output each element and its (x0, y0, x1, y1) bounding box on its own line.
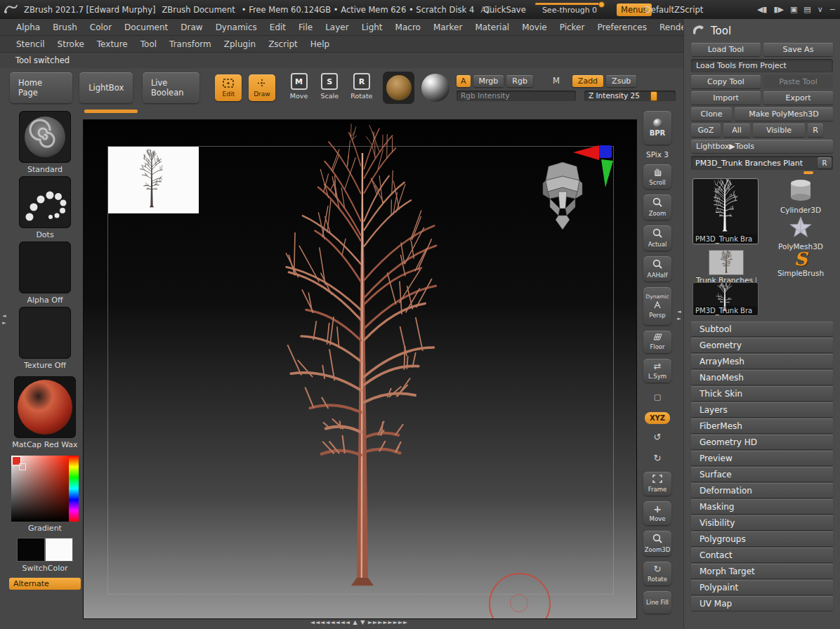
tool-section-row[interactable]: Polypaint (691, 580, 833, 595)
menu-item[interactable]: Brush (46, 20, 84, 34)
scroll-right-arrows[interactable]: ►►►►►►►► (368, 619, 408, 625)
paste-tool-button[interactable]: Paste Tool (763, 75, 833, 88)
tool-section-row[interactable]: Subtool (691, 322, 833, 336)
camera-orientation-gizmo[interactable] (533, 140, 631, 244)
export-button[interactable]: Export (763, 91, 833, 105)
recent-tool-thumbnail[interactable]: PM3D_Trunk Bra (693, 282, 759, 316)
menu-item[interactable]: Picker (553, 20, 591, 34)
tool-section-row[interactable]: NanoMesh (691, 370, 833, 385)
quicksave-button[interactable]: QuickSave (483, 5, 526, 15)
cylinder3d-tool[interactable]: Cylinder3D (768, 178, 833, 214)
m-button[interactable]: M (547, 76, 565, 86)
menu-item[interactable]: Alpha (10, 20, 46, 34)
load-tool-button[interactable]: Load Tool (691, 43, 761, 56)
splitter-right-icon[interactable]: ► (2, 320, 6, 326)
tool-section-row[interactable]: Layers (691, 402, 833, 417)
rotate-canvas-button[interactable]: ↻ Rotate (643, 562, 671, 585)
z-intensity-slider[interactable]: Z Intensity 25 (584, 91, 676, 101)
home-page-button[interactable]: Home Page (10, 72, 72, 103)
polygonal-head-icon[interactable] (543, 162, 582, 230)
floor-button[interactable]: Floor (643, 331, 671, 353)
local-button[interactable]: ▢ (643, 388, 671, 406)
copy-document-icon[interactable]: ▣ (790, 5, 797, 14)
menu-item[interactable]: Layer (319, 20, 355, 34)
splitter-right-icon[interactable]: ► (677, 316, 681, 322)
spix-label[interactable]: SPix 3 (646, 150, 669, 159)
menu-item[interactable]: Document (118, 20, 174, 34)
import-button[interactable]: Import (691, 91, 761, 105)
menu-item[interactable]: Stencil (10, 37, 51, 51)
splitter-left-icon[interactable]: ◄ (677, 309, 681, 314)
menu-item[interactable]: Edit (263, 20, 292, 34)
tool-section-row[interactable]: UV Map (691, 596, 833, 611)
menu-item[interactable]: Tool (134, 37, 163, 51)
simplebrush-tool[interactable]: S SimpleBrush (768, 250, 833, 277)
spin-left-button[interactable]: ↺ (643, 430, 671, 445)
spin-right-button[interactable]: ↻ (643, 451, 671, 466)
history-redo-icon[interactable]: ▮▶ (773, 5, 784, 14)
menu-item[interactable]: Zscript (262, 37, 304, 51)
zsub-button[interactable]: Zsub (606, 75, 636, 87)
tool-section-row[interactable]: Contact (691, 548, 833, 562)
menu-item[interactable]: Material (468, 20, 516, 34)
frame-button[interactable]: Frame (643, 472, 671, 496)
tool-section-row[interactable]: Polygroups (691, 531, 833, 546)
tool-section-row[interactable]: ArrayMesh (691, 354, 833, 369)
menu-item[interactable]: Texture (91, 37, 134, 51)
current-tool-bar[interactable]: PM3D_Trunk Branches Plant R (691, 156, 833, 170)
document-title[interactable]: ZBrush Document (162, 5, 235, 15)
menu-item[interactable]: Movie (516, 20, 553, 34)
tool-section-row[interactable]: Preview (691, 451, 833, 465)
menu-item[interactable]: Marker (427, 20, 468, 34)
rotate-mode-button[interactable]: R Rotate (349, 73, 374, 102)
tool-section-row[interactable]: Geometry (691, 338, 833, 352)
default-zscript-button[interactable]: DefaultZScript (645, 5, 703, 15)
live-boolean-button[interactable]: Live Boolean (143, 72, 199, 103)
lightbox-tools-button[interactable]: Lightbox▶Tools (691, 140, 833, 153)
gizmo-z-dot[interactable] (599, 145, 612, 158)
chevron-down-icon[interactable]: ∨ (818, 5, 823, 14)
alpha-channel-button[interactable]: A (457, 75, 471, 87)
goz-button[interactable]: GoZ (691, 124, 721, 137)
tool-section-row[interactable]: Deformation (691, 483, 833, 498)
persp-button[interactable]: Dynamic Persp (643, 287, 671, 325)
scroll-left-arrows[interactable]: ◄◄◄◄◄◄◄◄ (310, 619, 350, 625)
scroll-mid-arrows[interactable]: ▲ ▼ (353, 619, 366, 625)
color-picker[interactable] (11, 456, 79, 522)
clone-button[interactable]: Clone (691, 107, 732, 121)
brush-selector[interactable] (19, 111, 71, 163)
see-through-handle[interactable] (598, 1, 605, 8)
window-layout-icon[interactable]: ▤ (803, 5, 811, 14)
secondary-color-swatch[interactable] (45, 538, 73, 562)
xyz-button[interactable]: XYZ (645, 412, 670, 424)
trunk-branches-tool[interactable]: Trunk Branches I (694, 250, 759, 284)
color-saturation-square[interactable] (11, 456, 69, 522)
goz-all-button[interactable]: All (723, 124, 750, 137)
z-intensity-handle[interactable] (650, 91, 657, 101)
menu-item[interactable]: Macro (389, 20, 427, 34)
make-polymesh3d-button[interactable]: Make PolyMesh3D (735, 107, 833, 121)
minimize-icon[interactable]: − (829, 5, 836, 14)
menu-item[interactable]: Dynamics (209, 20, 263, 34)
tool-section-row[interactable]: Thick Skin (691, 386, 833, 401)
lightbox-button[interactable]: LightBox (79, 72, 133, 103)
rgb-button[interactable]: Rgb (506, 75, 533, 87)
copy-tool-button[interactable]: Copy Tool (691, 75, 761, 88)
lightbox-grip[interactable] (84, 110, 138, 113)
lsym-button[interactable]: ⇄ L.Sym (643, 359, 671, 383)
texture-selector[interactable] (19, 307, 71, 359)
menu-item[interactable]: Transform (163, 37, 218, 51)
goz-visible-button[interactable]: Visible (753, 124, 805, 137)
actual-button[interactable]: Actual (643, 225, 671, 251)
move-mode-button[interactable]: M Move (287, 73, 312, 102)
selected-tool-thumbnail[interactable]: PM3D_Trunk Bra (693, 178, 759, 244)
load-tools-from-project-button[interactable]: Load Tools From Project (691, 59, 833, 72)
tool-palette-header[interactable]: Tool (691, 22, 833, 40)
main-color-swatch[interactable] (17, 538, 45, 562)
tool-section-row[interactable]: Surface (691, 467, 833, 482)
line-fill-button[interactable]: Line Fill (643, 591, 671, 614)
splitter-left-icon[interactable]: ◄ (2, 313, 6, 319)
gizmo-y-arrow[interactable] (601, 159, 613, 187)
alpha-selector[interactable] (19, 241, 71, 293)
hue-strip[interactable] (69, 456, 79, 522)
